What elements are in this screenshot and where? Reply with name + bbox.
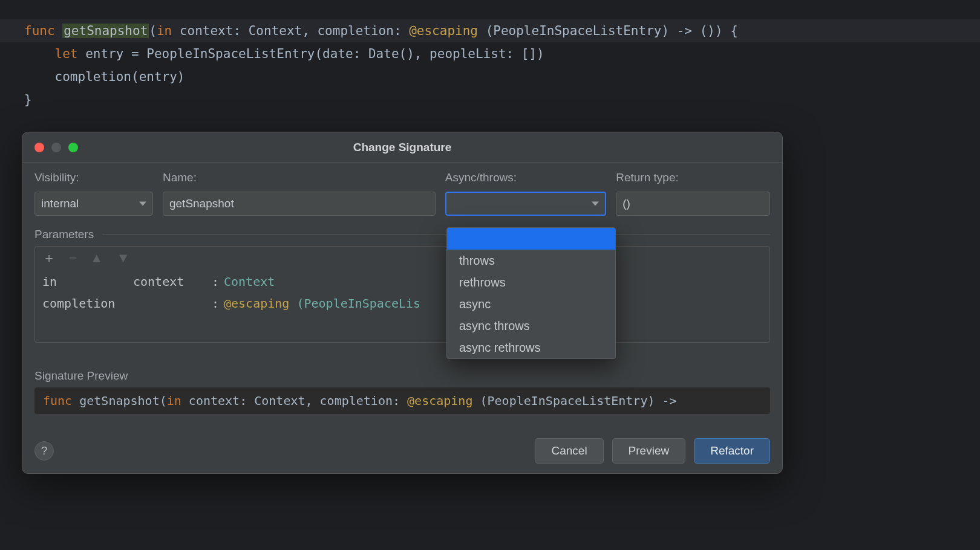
- dialog-body: Visibility: internal Name: getSnapshot A…: [22, 163, 782, 414]
- parameter-row[interactable]: completion: @escaping (PeopleInSpaceLis: [42, 293, 762, 314]
- dropdown-item[interactable]: async: [447, 293, 615, 315]
- name-label: Name:: [163, 171, 436, 187]
- parameter-list[interactable]: incontext: Contextcompletion: @escaping …: [35, 270, 769, 314]
- parameters-panel: ＋ − ▲ ▼ incontext: Contextcompletion: @e…: [34, 246, 770, 343]
- divider: [102, 235, 770, 235]
- parameters-label: Parameters: [34, 228, 94, 241]
- code-line[interactable]: completion(entry): [0, 65, 980, 88]
- add-parameter-icon[interactable]: ＋: [42, 251, 56, 265]
- help-button[interactable]: ?: [34, 441, 54, 461]
- code-line[interactable]: }: [0, 88, 980, 111]
- dropdown-item[interactable]: rethrows: [447, 271, 615, 293]
- code-line[interactable]: func getSnapshot(in context: Context, co…: [0, 19, 980, 42]
- visibility-select[interactable]: internal: [34, 192, 153, 216]
- return-type-label: Return type:: [616, 171, 770, 187]
- name-value: getSnapshot: [169, 197, 234, 210]
- return-type-value: (): [622, 197, 630, 210]
- name-input[interactable]: getSnapshot: [163, 192, 436, 216]
- dialog-titlebar: Change Signature: [22, 132, 782, 163]
- visibility-label: Visibility:: [34, 171, 153, 187]
- dropdown-item[interactable]: async throws: [447, 315, 615, 337]
- return-type-input[interactable]: (): [616, 192, 770, 216]
- remove-parameter-icon[interactable]: −: [69, 251, 77, 265]
- signature-preview-label: Signature Preview: [34, 369, 770, 383]
- change-signature-dialog: Change Signature Visibility: internal Na…: [22, 132, 783, 474]
- cancel-button[interactable]: Cancel: [535, 438, 603, 464]
- visibility-value: internal: [41, 197, 79, 210]
- chevron-down-icon: [592, 202, 599, 206]
- refactor-button[interactable]: Refactor: [694, 438, 770, 464]
- code-line[interactable]: let entry = PeopleInSpaceListEntry(date:…: [0, 42, 980, 65]
- dialog-footer: ? Cancel Preview Refactor: [22, 438, 782, 464]
- dialog-title: Change Signature: [22, 141, 782, 154]
- chevron-down-icon: [139, 202, 146, 206]
- move-up-icon[interactable]: ▲: [90, 251, 103, 265]
- dropdown-item[interactable]: async rethrows: [447, 337, 615, 358]
- dropdown-item[interactable]: [447, 228, 615, 250]
- dropdown-item[interactable]: throws: [447, 250, 615, 271]
- async-throws-select[interactable]: [445, 192, 607, 216]
- async-throws-dropdown[interactable]: throwsrethrowsasyncasync throwsasync ret…: [446, 227, 616, 359]
- code-editor[interactable]: func getSnapshot(in context: Context, co…: [0, 0, 980, 111]
- preview-button[interactable]: Preview: [612, 438, 686, 464]
- async-throws-label: Async/throws:: [445, 171, 607, 187]
- move-down-icon[interactable]: ▼: [117, 251, 130, 265]
- parameter-row[interactable]: incontext: Context: [42, 271, 762, 293]
- signature-preview: func getSnapshot(in context: Context, co…: [34, 387, 770, 414]
